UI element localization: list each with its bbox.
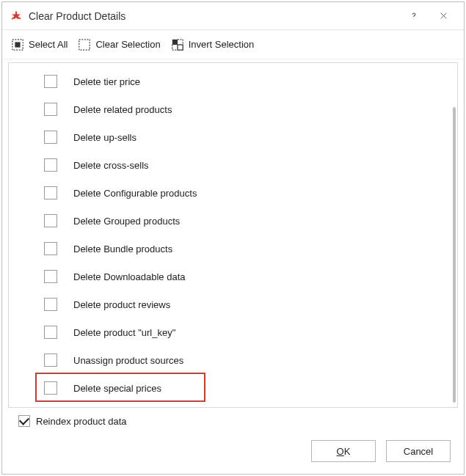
invert-selection-label: Invert Selection: [189, 39, 255, 50]
cancel-button[interactable]: Cancel: [386, 440, 451, 462]
option-row[interactable]: Delete tier price: [44, 67, 447, 95]
clear-selection-label: Clear Selection: [95, 39, 160, 50]
option-label: Delete special prices: [73, 383, 161, 394]
option-label: Delete cross-sells: [73, 160, 149, 171]
dialog-title: Clear Product Details: [29, 10, 125, 22]
svg-rect-4: [79, 39, 90, 49]
option-checkbox[interactable]: [44, 326, 57, 339]
close-button[interactable]: [429, 5, 458, 27]
app-icon: [10, 10, 23, 23]
cancel-label: Cancel: [404, 446, 433, 457]
option-row[interactable]: Delete up-sells: [44, 123, 447, 151]
options-list-container: Delete tier priceDelete related products…: [8, 62, 458, 408]
option-label: Delete Grouped products: [73, 216, 180, 227]
svg-rect-3: [15, 42, 20, 47]
option-checkbox[interactable]: [44, 242, 57, 255]
titlebar: Clear Product Details: [2, 2, 464, 30]
option-row[interactable]: Delete Bundle products: [44, 235, 447, 263]
option-label: Delete Configurable products: [73, 188, 197, 199]
select-all-icon: [11, 38, 24, 51]
option-label: Delete Bundle products: [73, 244, 172, 255]
svg-point-1: [413, 18, 414, 18]
option-row[interactable]: Delete Configurable products: [44, 179, 447, 207]
clear-selection-button[interactable]: Clear Selection: [78, 38, 160, 51]
option-label: Delete Downloadable data: [73, 271, 186, 282]
help-button[interactable]: [399, 5, 429, 27]
option-label: Delete product "url_key": [73, 327, 175, 338]
option-checkbox[interactable]: [44, 186, 57, 199]
ok-label-accel: O: [337, 446, 344, 457]
option-checkbox[interactable]: [44, 381, 57, 395]
option-label: Delete product reviews: [73, 299, 170, 310]
option-row[interactable]: Unassign product sources: [44, 346, 447, 374]
option-row[interactable]: Delete special prices: [44, 374, 447, 402]
options-list: Delete tier priceDelete related products…: [9, 63, 447, 407]
toolbar: Select All Clear Selection Invert Select…: [2, 30, 464, 59]
option-checkbox[interactable]: [44, 214, 57, 227]
option-row[interactable]: Delete related products: [44, 95, 447, 123]
svg-rect-5: [172, 39, 177, 44]
scrollbar[interactable]: [453, 107, 456, 403]
option-row[interactable]: Delete Downloadable data: [44, 263, 447, 290]
ok-label-post: K: [344, 446, 351, 457]
svg-rect-6: [178, 45, 183, 50]
clear-selection-icon: [78, 38, 91, 51]
option-checkbox[interactable]: [44, 103, 57, 116]
reindex-row[interactable]: Reindex product data: [2, 408, 464, 427]
select-all-label: Select All: [29, 39, 68, 50]
option-label: Delete tier price: [73, 76, 140, 87]
option-label: Delete related products: [73, 104, 172, 115]
option-checkbox[interactable]: [44, 270, 57, 283]
option-label: Delete up-sells: [73, 132, 136, 143]
option-row[interactable]: Delete cross-sells: [44, 151, 447, 179]
option-checkbox[interactable]: [44, 354, 57, 367]
invert-selection-button[interactable]: Invert Selection: [171, 38, 255, 51]
option-checkbox[interactable]: [44, 158, 57, 172]
option-checkbox[interactable]: [44, 131, 57, 144]
button-bar: OK Cancel: [2, 427, 464, 474]
reindex-label: Reindex product data: [36, 416, 127, 427]
dialog: Clear Product Details Select All Clear S…: [1, 1, 465, 475]
option-label: Unassign product sources: [73, 355, 183, 366]
option-row[interactable]: Delete product "url_key": [44, 318, 447, 346]
ok-button[interactable]: OK: [311, 440, 376, 462]
invert-selection-icon: [171, 38, 184, 51]
select-all-button[interactable]: Select All: [11, 38, 68, 51]
option-checkbox[interactable]: [44, 298, 57, 311]
option-row[interactable]: Delete product reviews: [44, 290, 447, 318]
option-row[interactable]: Delete Grouped products: [44, 207, 447, 235]
option-checkbox[interactable]: [44, 75, 57, 88]
reindex-checkbox[interactable]: [18, 415, 30, 427]
